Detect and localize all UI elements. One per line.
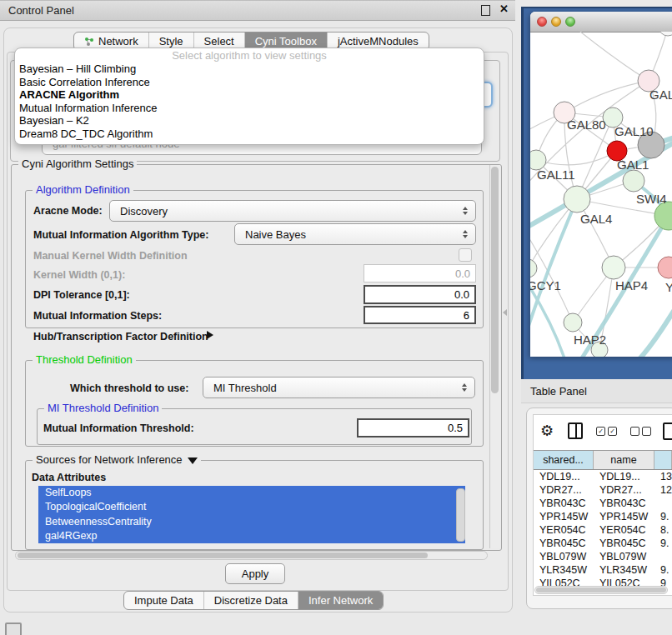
kernel-width-label: Kernel Width (0,1):: [33, 269, 125, 281]
network-window-titlebar[interactable]: [530, 12, 672, 32]
table-cell: YDL19...: [534, 471, 594, 482]
table-cell: YPR145W: [594, 511, 654, 522]
node-table: shared... name YDL19...YDL19...13YDR27..…: [534, 450, 672, 586]
node-label: GAL: [649, 88, 672, 102]
network-node-hap2[interactable]: [564, 313, 582, 332]
tab-infer-network[interactable]: Infer Network: [298, 592, 383, 609]
table-cell: 13: [654, 471, 672, 482]
gear-icon[interactable]: ⚙: [540, 422, 554, 440]
column-header-name[interactable]: name: [594, 451, 654, 469]
mi-steps-field[interactable]: 6: [364, 306, 476, 324]
table-cell: YBR045C: [534, 538, 594, 549]
mi-algorithm-type-combo[interactable]: Naive Bayes: [234, 223, 476, 245]
table-row[interactable]: YER054CYER054C8.: [534, 523, 672, 537]
column-header-shared-name[interactable]: shared...: [534, 451, 594, 469]
table-row[interactable]: YLR345WYLR345W9.: [534, 563, 672, 577]
float-icon[interactable]: [481, 5, 490, 16]
mi-steps-value: 6: [464, 309, 469, 322]
table-row[interactable]: YBR043CYBR043C: [534, 497, 672, 510]
apply-button[interactable]: Apply: [225, 563, 285, 584]
dpi-tolerance-label: DPI Tolerance [0,1]:: [33, 289, 130, 301]
network-node[interactable]: [659, 32, 672, 36]
algorithm-option[interactable]: Bayesian – Hill Climbing: [15, 62, 484, 76]
hub-tf-definition-label: Hub/Transcription Factor Definition: [33, 331, 208, 342]
scrollbar-thumb[interactable]: [18, 552, 428, 558]
table-body: YDL19...YDL19...13YDR27...YDR27...12YBR0…: [534, 470, 672, 586]
manual-kernel-width-checkbox[interactable]: [459, 248, 472, 262]
unchecked-boxes-icon[interactable]: [630, 427, 651, 436]
column-layout-icon[interactable]: [568, 422, 583, 439]
network-node[interactable]: [654, 202, 672, 230]
table-row[interactable]: YIL052CYIL052C9: [534, 577, 672, 586]
close-icon[interactable]: ✕: [499, 2, 509, 15]
scrollbar-thumb[interactable]: [536, 588, 666, 592]
unchecked-box: [642, 427, 651, 436]
table-row[interactable]: YBR045CYBR045C9.: [534, 537, 672, 550]
scrollbar-thumb[interactable]: [491, 167, 499, 393]
splitter-handle-icon[interactable]: [503, 309, 507, 316]
network-canvas[interactable]: GALGAL80GAL10GAL1GAL11SWI4GAL4GCY1HAP4YH…: [530, 32, 672, 357]
network-node-gcy1[interactable]: [530, 259, 537, 278]
data-attribute-item[interactable]: BetweennessCentrality: [38, 515, 465, 529]
data-attribute-item[interactable]: TopologicalCoefficient: [38, 500, 465, 514]
data-attribute-item[interactable]: SelfLoops: [38, 486, 465, 500]
column-header-clipped[interactable]: [654, 451, 672, 469]
network-node-swi4[interactable]: [623, 170, 644, 192]
table-cell: 8.: [654, 524, 672, 536]
algorithm-option[interactable]: Dream8 DC_TDC Algorithm: [15, 128, 484, 141]
dpi-tolerance-field[interactable]: 0.0: [364, 285, 476, 304]
mi-threshold-value: 0.5: [448, 422, 463, 434]
cyni-settings-group-title: Cyni Algorithm Settings: [18, 158, 137, 170]
tab-impute-data[interactable]: Impute Data: [124, 592, 204, 609]
which-threshold-combo[interactable]: MI Threshold: [203, 377, 475, 398]
table-horizontal-scrollbar[interactable]: [534, 586, 668, 594]
combo-stepper-icon: [463, 204, 468, 218]
algorithm-option[interactable]: Mutual Information Inference: [15, 102, 484, 115]
algorithm-option[interactable]: ARACNE Algorithm: [15, 88, 484, 102]
algorithm-definition-title: Algorithm Definition: [33, 183, 133, 196]
document-icon[interactable]: [663, 422, 672, 440]
zoom-traffic-light[interactable]: [565, 17, 575, 27]
network-node-y[interactable]: [658, 257, 672, 278]
unchecked-box: [630, 427, 639, 436]
collapse-down-arrow-icon[interactable]: [188, 458, 198, 464]
table-cell: YDR27...: [534, 484, 594, 496]
data-attributes-label: Data Attributes: [32, 472, 106, 483]
node-label: GAL11: [537, 168, 575, 182]
algorithm-option[interactable]: Bayesian – K2: [15, 114, 484, 128]
sources-group-title-text: Sources for Network Inference: [36, 453, 183, 466]
tab-label: Discretize Data: [214, 594, 288, 607]
table-row[interactable]: YDR27...YDR27...12: [534, 483, 672, 497]
node-label: GAL10: [614, 124, 654, 138]
mi-threshold-field[interactable]: 0.5: [357, 418, 469, 438]
algorithm-option[interactable]: Basic Correlation Inference: [15, 76, 484, 89]
network-node-gal4[interactable]: [564, 186, 590, 212]
settings-vertical-scrollbar[interactable]: [489, 165, 500, 548]
docked-panel-icon[interactable]: [5, 622, 22, 635]
aracne-mode-combo[interactable]: Discovery: [109, 200, 476, 222]
settings-horizontal-scrollbar[interactable]: [15, 551, 488, 560]
minimize-traffic-light[interactable]: [551, 17, 561, 27]
tab-discretize-data[interactable]: Discretize Data: [204, 592, 298, 609]
attributes-list-scrollbar[interactable]: [456, 488, 465, 542]
node-label: HAP4: [615, 278, 648, 292]
sources-group-title: Sources for Network Inference: [33, 453, 201, 466]
checked-boxes-icon[interactable]: ✓ ✓: [596, 427, 617, 436]
table-cell: YBL079W: [534, 551, 594, 562]
data-attribute-item[interactable]: gal4RGexp: [38, 529, 465, 543]
kernel-width-value: 0.0: [455, 268, 470, 280]
close-traffic-light[interactable]: [537, 17, 547, 27]
collapse-right-arrow-icon[interactable]: [207, 331, 213, 339]
control-panel-titlebar: Control Panel ✕: [0, 0, 515, 21]
table-row[interactable]: YPR145WYPR145W9.: [534, 510, 672, 523]
tab-label: Select: [204, 35, 234, 48]
kernel-width-field[interactable]: 0.0: [364, 264, 476, 282]
table-toolbar: ⚙ ✓ ✓: [538, 419, 672, 442]
table-row[interactable]: YDL19...YDL19...13: [534, 470, 672, 483]
network-node-hap4[interactable]: [602, 256, 625, 279]
tab-label: Cyni Toolbox: [255, 35, 317, 48]
mi-algorithm-type-label: Mutual Information Algorithm Type:: [33, 229, 208, 241]
table-row[interactable]: YBL079WYBL079W: [534, 550, 672, 563]
dpi-tolerance-value: 0.0: [454, 288, 469, 301]
table-cell: 9.: [654, 511, 672, 522]
